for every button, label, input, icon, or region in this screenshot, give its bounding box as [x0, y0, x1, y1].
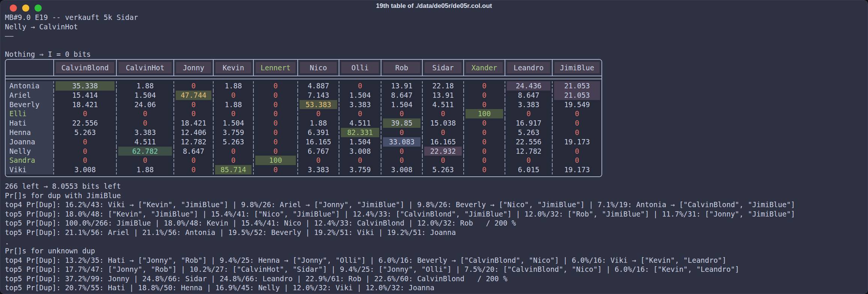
table-cell: 0	[213, 109, 253, 118]
terminal-line: top4 Pr[Dup]: 16.2%/43: Viki → ["Kevin",…	[5, 200, 868, 209]
table-cell: 15.414	[53, 91, 116, 100]
table-cell: 22.556	[505, 137, 552, 147]
table-cell: 0	[253, 109, 297, 118]
cell-value: 1.88	[215, 100, 252, 109]
table-cell: 0	[53, 109, 116, 118]
table-cell: 4.511	[339, 118, 381, 128]
cell-value: 18.421	[56, 100, 115, 109]
table-cell: 22.18	[422, 81, 463, 91]
table-cell: 0	[116, 109, 173, 118]
cell-value: 0	[176, 81, 211, 91]
cell-value: 0	[507, 156, 550, 165]
probability-table: CalvinBlondCalvinHotJonnyKevinLennertNic…	[5, 59, 602, 177]
terminal-line: top5 Pr[Dup]: 17.7%/47: ["Jonny", "Rob"]…	[5, 265, 868, 274]
window-title: 19th table of ./data/de05r/de05r.col.out	[0, 2, 868, 10]
table-cell: 0	[552, 118, 601, 128]
terminal-line: top5 Pr[Dup]: 100.0%/266: JimiBlue | 18.…	[5, 218, 868, 228]
cell-value: 5.263	[424, 165, 462, 174]
cell-value: 6.767	[300, 147, 337, 156]
cell-value: 3.759	[341, 165, 379, 174]
table-cell: 0	[213, 91, 253, 100]
table-cell: 16.165	[422, 137, 463, 147]
cell-value: 1.88	[118, 165, 172, 174]
table-cell: 0	[213, 156, 253, 165]
table-cell: 0	[463, 128, 505, 137]
row-header: Nelly	[6, 147, 53, 156]
table-cell: 0	[253, 91, 297, 100]
cell-value: 12.782	[507, 147, 550, 156]
row-header: Sandra	[6, 156, 53, 165]
cell-value: 3.008	[383, 165, 420, 174]
column-header: Olli	[339, 60, 381, 76]
table-cell: 1.88	[213, 81, 253, 91]
cell-value: 19.173	[554, 137, 600, 147]
cell-value: 3.008	[341, 147, 379, 156]
cell-value: 8.647	[383, 91, 420, 100]
table-cell: 1.88	[116, 165, 173, 174]
table-cell: 15.038	[422, 118, 463, 128]
table-cell: 0	[173, 109, 213, 118]
cell-value: 5.263	[215, 137, 252, 147]
terminal-line: Nothing ⇒ I = 0 bits	[5, 50, 868, 59]
cell-value: 0	[341, 109, 379, 118]
header-separator	[6, 76, 601, 79]
row-header: Henna	[6, 128, 53, 137]
table-cell: 100	[253, 156, 297, 165]
table-cell: 0	[463, 165, 505, 174]
terminal-line: top5 Pr[Dup]: 21.1%/56: Ariel | 21.1%/56…	[5, 228, 868, 237]
table-cell: 0	[381, 109, 422, 118]
table-cell: 62.782	[116, 147, 173, 156]
cell-value: 0	[466, 100, 503, 109]
table-row: Elli00000000010000	[6, 109, 601, 118]
table-cell: 12.782	[173, 137, 213, 147]
column-header: Kevin	[213, 60, 253, 76]
cell-value: 0	[56, 137, 115, 147]
cell-value: 13.91	[383, 81, 420, 91]
table-cell: 0	[463, 147, 505, 156]
cell-value: 33.083	[383, 137, 420, 147]
table-cell: 8.647	[505, 91, 552, 100]
cell-value: 1.88	[118, 81, 172, 91]
cell-value: 3.759	[215, 128, 252, 137]
table-cell: 22.556	[53, 118, 116, 128]
table-cell: 13.91	[422, 91, 463, 100]
cell-value: 0	[341, 156, 379, 165]
cell-value: 4.511	[118, 137, 172, 147]
cell-value: 53.383	[300, 100, 337, 109]
column-header: Leandro	[505, 60, 552, 76]
table-cell: 0	[253, 100, 297, 109]
terminal-line: top5 Pr[Dup]: 37.2%/99: Jonny | 24.8%/66…	[5, 274, 868, 283]
cell-value: 0	[466, 128, 503, 137]
table-cell: 85.714	[213, 165, 253, 174]
table-cell: 6.015	[505, 165, 552, 174]
table-cell: 1.504	[339, 137, 381, 147]
cell-value: 0	[383, 156, 420, 165]
column-header: Lennert	[253, 60, 297, 76]
cell-value: 4.511	[424, 100, 462, 109]
table-cell: 0	[53, 156, 116, 165]
terminal-line: top4 Pr[Dup]: 13.2%/35: Hati → ["Jonny",…	[5, 256, 868, 265]
table-cell: 0	[253, 128, 297, 137]
column-header: JimiBlue	[552, 60, 601, 76]
cell-value: 15.038	[424, 118, 462, 128]
cell-value: 1.504	[118, 91, 172, 100]
cell-value: 35.338	[56, 81, 115, 91]
cell-value: 4.511	[341, 118, 379, 128]
column-header: Sidar	[422, 60, 463, 76]
table-header-row: CalvinBlondCalvinHotJonnyKevinLennertNic…	[6, 60, 601, 76]
cell-value: 0	[255, 118, 296, 128]
row-header: Joanna	[6, 137, 53, 147]
cell-value: 15.414	[56, 91, 115, 100]
cell-value: 0	[255, 100, 296, 109]
cell-value: 1.88	[300, 118, 337, 128]
terminal-line	[5, 41, 868, 50]
table-cell: 47.744	[173, 91, 213, 100]
table-cell: 19.549	[552, 100, 601, 109]
cell-value: 0	[554, 147, 600, 156]
table-cell: 3.008	[53, 165, 116, 174]
table-cell: 24.436	[505, 81, 552, 91]
table-cell: 3.008	[339, 147, 381, 156]
table-cell: 35.338	[53, 81, 116, 91]
row-header: Ariel	[6, 91, 53, 100]
column-header: CalvinHot	[116, 60, 173, 76]
